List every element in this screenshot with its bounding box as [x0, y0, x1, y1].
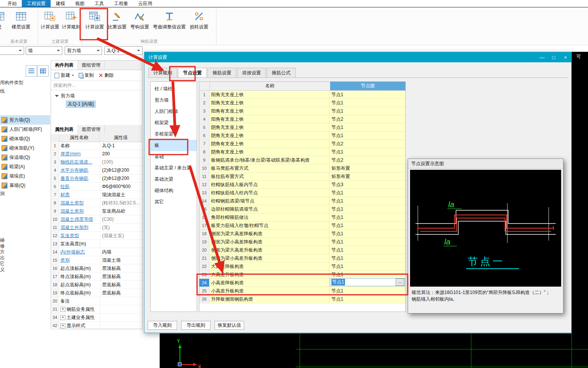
category-item[interactable]: 非框架梁 — [151, 129, 197, 140]
node-value-cell[interactable]: 节点1 — [329, 197, 405, 205]
sidebar-item-wall-type[interactable]: 暗梁(A) — [0, 162, 50, 171]
ribbon-button-calc-settings-civil[interactable]: 计算设置 — [39, 9, 61, 32]
category-item[interactable]: 基础 — [151, 151, 197, 162]
category-item[interactable]: 基础主梁 / 承台梁 — [151, 162, 197, 174]
sidebar-item-wall-type[interactable]: 幕墙(Q) — [0, 181, 50, 190]
property-value[interactable]: (2)Φ12@200 — [100, 174, 142, 182]
category-item[interactable]: 基础次梁 — [151, 174, 197, 185]
expand-icon[interactable]: + — [60, 315, 65, 320]
node-cell-editor[interactable]: 节点1 … — [330, 278, 405, 286]
minimize-button[interactable]: — — [536, 52, 548, 62]
node-value-cell[interactable]: 节点2 — [329, 140, 405, 148]
property-value[interactable]: Φ6@600*600 — [100, 183, 142, 190]
ribbon-button-bend-adjust[interactable]: 弯曲调整值设置 — [151, 9, 188, 32]
expand-icon[interactable]: + — [60, 323, 65, 328]
ribbon-button-unit-weight[interactable]: 比重设置 — [106, 9, 129, 32]
node-value-cell[interactable]: 节点3 — [329, 181, 405, 189]
node-value-cell[interactable]: 节点1 — [329, 213, 405, 222]
tree-group-shear-wall[interactable]: 剪力墙 — [51, 92, 142, 100]
sidebar-item-wall-type[interactable]: 保温墙(Q) — [0, 153, 50, 162]
category-item[interactable]: 人防门框墙 — [151, 106, 197, 117]
node-value-cell[interactable]: 矩形布置 — [329, 164, 405, 173]
ribbon-button-floor-settings[interactable]: 楼层设置 — [10, 9, 32, 32]
nav-truncated-item[interactable]: 它 — [0, 261, 5, 267]
property-value[interactable] — [100, 297, 142, 305]
rules-footer-button[interactable]: 恢复默认值 — [215, 321, 244, 330]
node-value-cell[interactable]: 节点1 — [329, 271, 405, 279]
dialog-tab[interactable]: 搭接设置 — [237, 68, 266, 78]
category-item[interactable]: 框架梁 — [151, 117, 197, 129]
node-value-cell[interactable]: 节点2 — [329, 156, 405, 164]
node-value-cell[interactable]: 节点1 — [329, 287, 405, 295]
property-value[interactable]: (粒径31.5砼32.5... — [100, 199, 142, 207]
category-item[interactable]: 柱 / 墙柱 — [151, 83, 197, 95]
menu-tab[interactable]: 工程量 — [109, 0, 133, 7]
menu-tab[interactable]: 视图 — [70, 0, 90, 7]
property-value[interactable]: (无) — [100, 224, 142, 231]
nav-truncated-component-types[interactable]: 用构件类型 — [0, 79, 23, 86]
node-value-cell[interactable]: 节点1 — [329, 205, 405, 213]
category-item[interactable]: 板 — [151, 140, 197, 151]
node-value-cell[interactable]: 节点1 — [329, 254, 405, 262]
dialog-titlebar[interactable]: 计算设置 — □ × — [144, 52, 571, 62]
nav-truncated-opening[interactable]: 洞 — [0, 190, 5, 197]
maximize-button[interactable]: □ — [548, 52, 560, 62]
sidebar-item-wall-type[interactable]: 砌体加筋(Y) — [0, 143, 50, 153]
property-value[interactable]: (2)Φ12@200 — [100, 166, 142, 174]
node-value-cell[interactable]: 节点1 — [329, 295, 405, 303]
grid-view-button[interactable] — [37, 65, 49, 77]
rules-footer-button[interactable]: 导出规则 — [181, 321, 211, 330]
property-value[interactable]: JLQ-1 — [100, 142, 142, 150]
node-value-cell[interactable]: 节点1 — [329, 222, 405, 230]
node-value-cell[interactable]: 节点2 — [329, 115, 405, 123]
node-value-cell[interactable]: 节点1 — [329, 123, 405, 132]
property-value[interactable]: 200 — [100, 150, 142, 158]
nav-truncated-item[interactable]: 方 — [0, 249, 5, 255]
nav-truncated-axis[interactable]: 线 — [0, 88, 5, 95]
close-button[interactable]: × — [560, 52, 571, 62]
component-combo[interactable]: JLQ-1 — [104, 46, 143, 55]
cad-canvas[interactable]: Y X — [160, 333, 588, 368]
property-value[interactable] — [100, 305, 142, 313]
node-value-cell[interactable]: 节点1 — [329, 148, 405, 156]
tree-item-jlq1[interactable]: JLQ-1 [内墙] — [66, 100, 96, 108]
dialog-tab[interactable]: 箍筋公式 — [267, 68, 296, 78]
property-value[interactable] — [100, 322, 142, 329]
property-value[interactable]: 层底标高 — [100, 281, 142, 289]
property-value[interactable]: (混凝土泵) — [100, 232, 142, 239]
nav-truncated-item[interactable]: 义 — [0, 267, 5, 273]
nav-truncated-item[interactable]: 出 — [0, 255, 5, 261]
nav-truncated-item[interactable]: 修 — [0, 243, 5, 249]
properties-panel-tab[interactable]: 属性列表 — [51, 125, 78, 134]
element-combo[interactable] — [0, 46, 24, 55]
copy-button[interactable]: 复制 — [77, 71, 95, 79]
node-value-cell[interactable]: 节点1 — [329, 107, 405, 115]
property-value[interactable]: 混凝土墙 — [100, 256, 142, 264]
component-search-input[interactable]: 搜索构件... — [51, 81, 142, 90]
property-value[interactable]: 层顶标高 — [100, 273, 142, 280]
property-value[interactable]: 内墙 — [100, 248, 142, 256]
dialog-tab[interactable]: 箍筋设置 — [208, 68, 236, 78]
dialog-tab[interactable]: 节点设置 — [178, 68, 207, 78]
more-options-button[interactable]: … — [396, 278, 404, 286]
type-combo[interactable]: 墙 — [26, 46, 62, 55]
ribbon-button-calc-settings-rebar[interactable]: 计算设置 — [83, 9, 106, 32]
node-value-cell[interactable]: 节点1 — [329, 246, 405, 254]
dialog-tab[interactable]: 计算规则 — [148, 68, 177, 78]
menu-tab[interactable]: 云应用 — [133, 0, 157, 7]
category-item[interactable]: 砌体结构 — [151, 185, 197, 196]
node-value-cell[interactable]: 节点1 — [329, 132, 405, 140]
property-value[interactable] — [100, 240, 142, 248]
rules-footer-button[interactable]: 导入规则 — [148, 321, 177, 330]
property-value[interactable]: 层顶标高 — [100, 264, 142, 272]
node-value-cell[interactable]: 节点1 — [329, 230, 405, 238]
category-item[interactable]: 剪力墙 — [151, 95, 197, 106]
node-value-cell[interactable]: 节点1 — [329, 238, 405, 246]
node-value-cell[interactable]: 节点1 — [329, 262, 405, 271]
property-value[interactable]: 泵送商品砼 — [100, 207, 142, 215]
component-panel-tab[interactable]: 图纸管理 — [78, 61, 105, 70]
delete-button[interactable]: 删除 — [97, 71, 115, 79]
sidebar-item-wall-type[interactable]: 墙垛(E) — [0, 171, 50, 181]
ribbon-button-hook-settings[interactable]: 弯钩设置 — [129, 9, 151, 32]
new-button[interactable]: 新建 — [53, 71, 75, 79]
